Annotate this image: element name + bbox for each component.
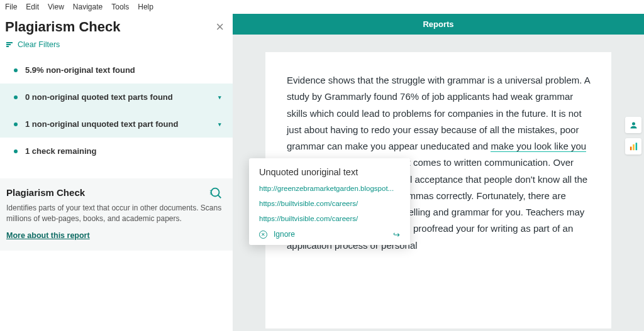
result-row[interactable]: 1 check remaining bbox=[0, 138, 233, 165]
highlighted-text[interactable]: make you look like you bbox=[491, 141, 586, 152]
chevron-down-icon[interactable]: ▾ bbox=[218, 121, 221, 128]
filter-icon bbox=[6, 42, 13, 47]
menu-view[interactable]: View bbox=[48, 3, 64, 11]
menu-help[interactable]: Help bbox=[138, 3, 153, 11]
bullet-icon bbox=[14, 149, 18, 153]
bullet-icon bbox=[14, 68, 18, 72]
result-row-label: 0 non-original quoted text parts found bbox=[25, 92, 173, 102]
info-title: Plagiarism Check bbox=[5, 187, 225, 198]
menu-edit[interactable]: Edit bbox=[26, 3, 39, 11]
menu-navigate[interactable]: Navigate bbox=[73, 3, 103, 11]
close-icon[interactable]: × bbox=[216, 19, 224, 35]
stats-chip[interactable] bbox=[625, 138, 641, 155]
panel-title: Plagiarism Check bbox=[0, 16, 233, 39]
arrow-right-icon[interactable]: ↪ bbox=[393, 230, 400, 239]
result-row[interactable]: 1 non-original unquoted text part found … bbox=[0, 111, 233, 138]
clear-filters-label: Clear Filters bbox=[18, 40, 60, 49]
popup-title: Unquoted unoriginal text bbox=[259, 167, 400, 177]
source-link[interactable]: https://builtvisible.com/careers/ bbox=[259, 200, 400, 207]
result-row[interactable]: 0 non-original quoted text parts found ▾ bbox=[0, 84, 233, 111]
info-card: Plagiarism Check Identifies parts of you… bbox=[0, 178, 233, 251]
svg-rect-8 bbox=[635, 143, 637, 150]
menu-tools[interactable]: Tools bbox=[111, 3, 129, 11]
source-link[interactable]: http://greenzebramarketgarden.blogspot..… bbox=[259, 185, 400, 192]
result-row-label: 1 non-original unquoted text part found bbox=[25, 119, 178, 129]
left-panel: × Plagiarism Check Clear Filters 5.9% no… bbox=[0, 14, 233, 331]
svg-point-0 bbox=[211, 188, 219, 197]
svg-rect-7 bbox=[633, 144, 635, 149]
bullet-icon bbox=[14, 95, 18, 99]
result-row-label: 1 check remaining bbox=[25, 146, 96, 156]
svg-point-5 bbox=[632, 122, 635, 125]
svg-rect-6 bbox=[630, 146, 631, 150]
bullet-icon bbox=[14, 122, 18, 126]
profile-chip[interactable] bbox=[625, 117, 641, 133]
menubar: File Edit View Navigate Tools Help bbox=[0, 0, 644, 14]
unoriginal-popup: Unquoted unoriginal text http://greenzeb… bbox=[249, 158, 410, 245]
magnify-icon[interactable] bbox=[209, 186, 223, 202]
ignore-x-icon[interactable]: ✕ bbox=[259, 231, 267, 239]
ignore-button[interactable]: Ignore bbox=[274, 230, 295, 239]
more-report-link[interactable]: More about this report bbox=[5, 231, 90, 240]
clear-filters-button[interactable]: Clear Filters bbox=[0, 39, 233, 57]
result-row-label: 5.9% non-original text found bbox=[25, 65, 135, 75]
source-link[interactable]: https://builtvisible.com/careers/ bbox=[259, 215, 400, 222]
doc-text: Evidence shows that the struggle with gr… bbox=[287, 75, 590, 151]
chevron-down-icon[interactable]: ▾ bbox=[218, 94, 221, 100]
info-body: Identifies parts of your text that occur… bbox=[5, 203, 225, 225]
menu-file[interactable]: File bbox=[5, 3, 17, 11]
side-chips bbox=[625, 117, 641, 155]
result-row[interactable]: 5.9% non-original text found bbox=[0, 57, 233, 84]
svg-line-1 bbox=[218, 195, 221, 198]
reports-tab[interactable]: Reports bbox=[233, 14, 644, 35]
